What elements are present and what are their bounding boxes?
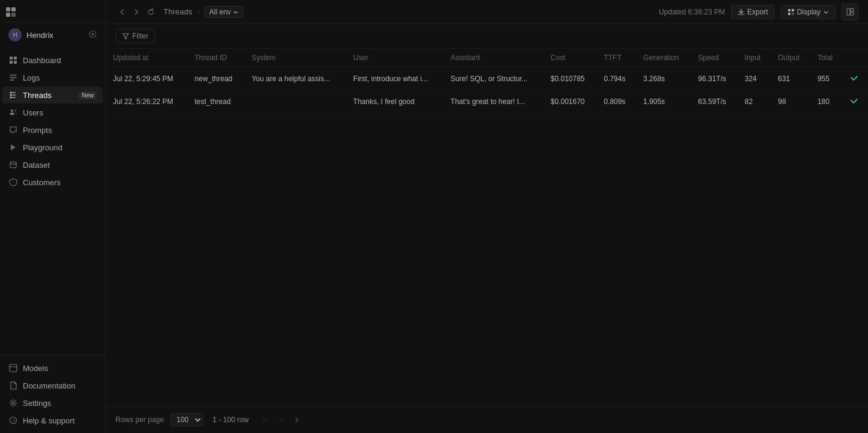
cell-total: 955 bbox=[810, 67, 843, 90]
cell-thread_id: new_thread bbox=[188, 67, 245, 90]
sidebar-item-prompts[interactable]: Prompts bbox=[2, 121, 103, 138]
col-ttft[interactable]: TTFT bbox=[596, 49, 636, 67]
sidebar-label-logs: Logs bbox=[23, 73, 40, 82]
cell-total: 180 bbox=[810, 90, 843, 113]
app-logo bbox=[5, 6, 17, 18]
dataset-icon bbox=[8, 160, 18, 170]
sidebar-item-help[interactable]: ? Help & support bbox=[2, 412, 103, 429]
svg-rect-8 bbox=[10, 61, 13, 64]
sidebar-item-dataset[interactable]: Dataset bbox=[2, 156, 103, 173]
col-assistant[interactable]: Assistant bbox=[444, 49, 543, 67]
env-selector[interactable]: All env bbox=[204, 6, 243, 18]
svg-rect-26 bbox=[792, 9, 794, 11]
sidebar-label-threads: Threads bbox=[23, 91, 52, 100]
help-icon: ? bbox=[8, 416, 18, 425]
first-page-button[interactable] bbox=[258, 413, 273, 427]
rows-per-page-select[interactable]: 100 50 25 bbox=[170, 413, 203, 426]
display-label: Display bbox=[797, 8, 821, 16]
sidebar-item-threads[interactable]: Threads New bbox=[2, 87, 103, 103]
svg-point-12 bbox=[10, 97, 12, 99]
main-nav: Dashboard Logs Th bbox=[0, 48, 105, 355]
col-generation[interactable]: Generation bbox=[636, 49, 691, 67]
threads-table-container: Updated at Thread ID System User Assista… bbox=[106, 49, 868, 406]
topbar-left: Threads › All env bbox=[115, 5, 243, 19]
col-user[interactable]: User bbox=[346, 49, 444, 67]
col-input[interactable]: Input bbox=[738, 49, 771, 67]
refresh-button[interactable] bbox=[144, 5, 157, 19]
svg-rect-7 bbox=[14, 57, 17, 60]
svg-marker-18 bbox=[11, 144, 16, 150]
models-icon bbox=[8, 363, 18, 373]
forward-button[interactable] bbox=[130, 5, 143, 19]
grid-icon bbox=[8, 55, 18, 65]
sidebar-item-users[interactable]: Users bbox=[2, 104, 103, 121]
svg-rect-9 bbox=[14, 61, 17, 64]
svg-point-17 bbox=[14, 110, 16, 112]
cell-updated_at: Jul 22, 5:29:45 PM bbox=[106, 67, 188, 90]
sidebar-item-models[interactable]: Models bbox=[2, 360, 103, 376]
cell-system bbox=[245, 90, 346, 113]
cell-system: You are a helpful assis... bbox=[245, 67, 346, 90]
display-button[interactable]: Display bbox=[781, 5, 836, 19]
cell-speed: 63.59T/s bbox=[691, 90, 737, 113]
svg-rect-0 bbox=[6, 7, 10, 11]
col-updated-at[interactable]: Updated at bbox=[106, 49, 188, 67]
table-body: Jul 22, 5:29:45 PMnew_threadYou are a he… bbox=[106, 67, 868, 113]
export-button[interactable]: Export bbox=[731, 5, 775, 19]
rows-per-page-label: Rows per page bbox=[115, 416, 164, 424]
updated-timestamp: Updated 6:38:23 PM bbox=[659, 8, 725, 16]
cell-thread_id: test_thread bbox=[188, 90, 245, 113]
svg-text:?: ? bbox=[13, 419, 16, 424]
sidebar-label-users: Users bbox=[23, 108, 43, 117]
svg-rect-25 bbox=[788, 9, 790, 11]
sidebar-item-customers[interactable]: Customers bbox=[2, 174, 103, 191]
row-check bbox=[843, 67, 868, 90]
svg-rect-27 bbox=[788, 13, 790, 15]
cell-input: 324 bbox=[738, 67, 771, 90]
col-cost[interactable]: Cost bbox=[543, 49, 596, 67]
svg-point-22 bbox=[12, 402, 14, 404]
cell-assistant: Sure! SQL, or Structur... bbox=[444, 67, 543, 90]
sidebar-item-documentation[interactable]: Documentation bbox=[2, 377, 103, 394]
sidebar-label-settings: Settings bbox=[23, 399, 51, 408]
col-output[interactable]: Output bbox=[771, 49, 810, 67]
layout-toggle-button[interactable] bbox=[842, 4, 858, 20]
pagination-nav bbox=[258, 413, 304, 427]
prev-page-button[interactable] bbox=[274, 413, 289, 427]
cell-generation: 3.268s bbox=[636, 67, 691, 90]
svg-rect-29 bbox=[847, 8, 850, 15]
svg-point-5 bbox=[91, 33, 94, 35]
sidebar-label-help: Help & support bbox=[23, 416, 75, 425]
col-system[interactable]: System bbox=[245, 49, 346, 67]
breadcrumb-separator: › bbox=[197, 7, 200, 16]
username: Hendrix bbox=[26, 31, 53, 40]
col-thread-id[interactable]: Thread ID bbox=[188, 49, 245, 67]
sidebar-item-dashboard[interactable]: Dashboard bbox=[2, 52, 103, 69]
sidebar-item-logs[interactable]: Logs bbox=[2, 69, 103, 86]
sidebar-item-playground[interactable]: Playground bbox=[2, 139, 103, 156]
user-profile[interactable]: H Hendrix bbox=[2, 23, 103, 46]
svg-point-11 bbox=[10, 94, 12, 96]
footer: Rows per page 100 50 25 1 - 100 row bbox=[106, 406, 868, 433]
svg-rect-3 bbox=[11, 13, 16, 17]
cell-generation: 1.905s bbox=[636, 90, 691, 113]
svg-point-19 bbox=[10, 162, 16, 164]
next-page-button[interactable] bbox=[290, 413, 304, 427]
breadcrumb-root[interactable]: Threads bbox=[164, 7, 192, 16]
threads-table: Updated at Thread ID System User Assista… bbox=[106, 49, 868, 113]
col-speed[interactable]: Speed bbox=[691, 49, 737, 67]
sidebar-item-settings[interactable]: Settings bbox=[2, 395, 103, 411]
cell-ttft: 0.809s bbox=[596, 90, 636, 113]
docs-icon bbox=[8, 381, 18, 390]
svg-point-16 bbox=[11, 109, 13, 112]
back-button[interactable] bbox=[115, 5, 129, 19]
svg-point-10 bbox=[10, 92, 12, 94]
cell-cost: $0.010785 bbox=[543, 67, 596, 90]
table-row[interactable]: Jul 22, 5:26:22 PMtest_threadThanks, I f… bbox=[106, 90, 868, 113]
sidebar-header bbox=[0, 0, 105, 22]
table-row[interactable]: Jul 22, 5:29:45 PMnew_threadYou are a he… bbox=[106, 67, 868, 90]
filter-button[interactable]: Filter bbox=[115, 29, 155, 43]
toolbar: Filter bbox=[106, 24, 868, 49]
col-total[interactable]: Total bbox=[810, 49, 843, 67]
customers-icon bbox=[8, 177, 18, 187]
